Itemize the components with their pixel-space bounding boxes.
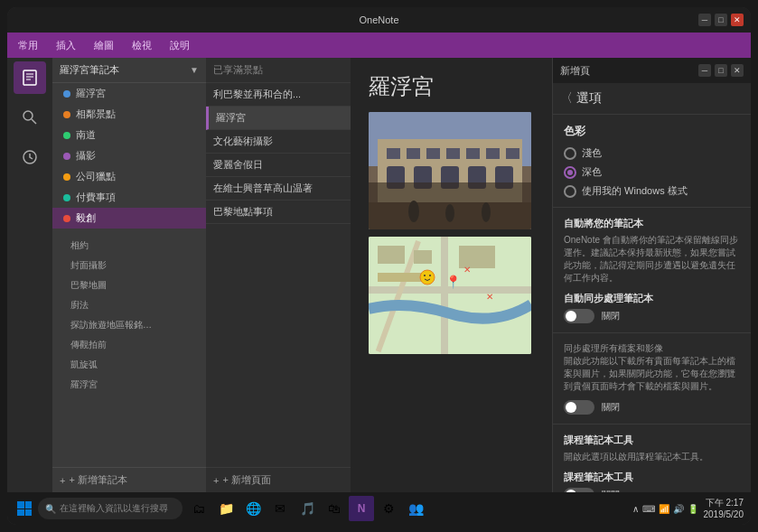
sidebar-history-icon[interactable] (14, 141, 46, 173)
settings-max-button[interactable]: □ (715, 64, 727, 77)
settings-panel: 新增頁 ─ □ ✕ 〈 選項 色彩 淺色 (552, 58, 751, 492)
note-app-section: 課程筆記本工具 開啟此選項以啟用課程筆記本工具。 課程筆記本工具 關閉 (553, 425, 751, 492)
chevron-down-icon: ▼ (190, 65, 199, 75)
settings-panel-title: 新增頁 (560, 64, 590, 78)
taskbar-icon-onenote[interactable]: N (349, 496, 374, 521)
system-tray-icons: ∧ ⌨ 📶 🔊 🔋 (632, 504, 698, 514)
sub-section-museum[interactable]: 傳觀拍前 (52, 335, 206, 355)
sub-section-sketch[interactable]: 相約 (52, 236, 206, 256)
taskbar-icon-teams[interactable]: 👥 (403, 496, 428, 521)
svg-line-5 (32, 119, 36, 124)
radio-dark[interactable]: 深色 (564, 165, 740, 179)
clock-time: 下午 2:17 (704, 497, 744, 509)
svg-point-39 (424, 275, 426, 276)
svg-rect-20 (441, 166, 459, 189)
taskbar-search-box[interactable]: 🔍 在這裡輸入資訊以進行搜尋 (38, 498, 182, 519)
sub-section-louvre2[interactable]: 羅浮宮 (52, 375, 206, 395)
section-label: 羅浮宮 (76, 87, 106, 100)
maximize-button[interactable]: □ (715, 14, 727, 26)
note-app-desc: 開啟此選項以啟用課程筆記本工具。 (564, 451, 740, 463)
sub-section-photography[interactable]: 封面攝影 (52, 256, 206, 275)
sub-section-arc[interactable]: 凱旋弧 (52, 355, 206, 375)
svg-rect-19 (414, 166, 432, 189)
svg-rect-13 (426, 148, 440, 159)
taskbar-icon-music[interactable]: 🎵 (295, 496, 320, 521)
section-louvre[interactable]: 羅浮宮 (52, 83, 206, 104)
sub-section-map[interactable]: 巴黎地圖 (52, 275, 206, 295)
taskbar-right: ∧ ⌨ 📶 🔊 🔋 下午 2:17 2019/5/20 (632, 497, 748, 520)
svg-text:📍: 📍 (445, 275, 462, 290)
main-layout: 羅浮宮筆記本 ▼ 羅浮宮 相鄰景點 南道 (7, 58, 751, 492)
settings-close-button[interactable]: ✕ (731, 64, 744, 77)
menu-help[interactable]: 說明 (166, 37, 193, 54)
sub-section-tour[interactable]: 探訪旅遊地區報銘… (52, 315, 206, 335)
menu-insert[interactable]: 插入 (52, 37, 80, 54)
settings-min-button[interactable]: ─ (698, 64, 711, 77)
page-item-1[interactable]: 利巴黎並再和合的... (206, 83, 351, 107)
section-nearby[interactable]: 相鄰景點 (52, 104, 206, 125)
svg-rect-32 (414, 250, 432, 264)
radio-light[interactable]: 淺色 (564, 146, 740, 160)
section-company[interactable]: 公司獵點 (52, 166, 206, 187)
page-item-art[interactable]: 文化藝術攝影 (206, 130, 351, 154)
sync-media-toggle-row: 關閉 (564, 400, 740, 415)
radio-windows[interactable]: 使用我的 Windows 樣式 (564, 184, 740, 198)
svg-point-38 (420, 270, 435, 285)
search-icon: 🔍 (45, 504, 56, 514)
keyboard-icon[interactable]: ⌨ (642, 504, 655, 514)
section-photo[interactable]: 攝影 (52, 145, 206, 166)
note-app-toggle[interactable] (564, 488, 594, 492)
auto-sync-toggle[interactable] (564, 309, 594, 323)
add-notebook-button[interactable]: + + 新增筆記本 (52, 467, 206, 492)
auto-sync-toggle-row: 關閉 (564, 309, 740, 323)
system-clock[interactable]: 下午 2:17 2019/5/20 (704, 497, 744, 520)
radio-circle (564, 147, 576, 160)
content-body: 📍 ✕ ✕ (369, 112, 534, 478)
page-item-champs[interactable]: 愛麗舍假日 (206, 154, 351, 177)
sidebar-notebook-icon[interactable] (14, 61, 46, 94)
notebook-panel: 羅浮宮筆記本 ▼ 羅浮宮 相鄰景點 南道 (52, 58, 206, 492)
section-dot (63, 132, 70, 139)
radio-label: 使用我的 Windows 樣式 (582, 184, 688, 198)
menu-home[interactable]: 常用 (14, 37, 42, 54)
note-app-title: 課程筆記本工具 (564, 434, 740, 447)
sync-media-section: 同步處理所有檔案和影像開啟此功能以下載所有貴面每筆記本上的檔案與圖片，如果關閉此… (553, 333, 751, 425)
sidebar-search-icon[interactable] (14, 101, 46, 134)
taskbar-icon-store[interactable]: 🛍 (322, 496, 347, 521)
section-south[interactable]: 南道 (52, 125, 206, 145)
volume-icon[interactable]: 🔊 (673, 504, 684, 514)
section-label: 公司獵點 (76, 170, 116, 183)
svg-point-25 (445, 204, 454, 222)
auto-sync-label: 自動同步處理筆記本 (564, 292, 740, 305)
network-icon[interactable]: 📶 (659, 504, 669, 514)
page-item-mountain[interactable]: 在維士興普草高山温著 (206, 177, 351, 201)
page-item-paris[interactable]: 巴黎地點事項 (206, 201, 351, 224)
menu-draw[interactable]: 繪圖 (90, 37, 117, 54)
note-app-title2: 課程筆記本工具 (564, 471, 740, 484)
taskbar-icon-settings[interactable]: ⚙ (376, 496, 401, 521)
pages-header: 已享滿景點 (206, 58, 351, 83)
notebook-header[interactable]: 羅浮宮筆記本 ▼ (52, 58, 206, 83)
section-payment[interactable]: 付費事項 (52, 187, 206, 208)
page-item-louvre[interactable]: 羅浮宮 (206, 107, 351, 130)
menu-view[interactable]: 檢視 (128, 37, 155, 54)
close-button[interactable]: ✕ (731, 14, 744, 26)
sync-title: 自動將您的筆記本 (564, 217, 740, 230)
auto-sync-toggle-label: 關閉 (602, 310, 620, 322)
section-travel[interactable]: 毅創 (52, 208, 206, 229)
taskbar-icon-mail[interactable]: ✉ (267, 496, 293, 521)
battery-icon[interactable]: 🔋 (688, 504, 698, 514)
back-icon[interactable]: 〈 (560, 90, 573, 107)
svg-rect-21 (468, 166, 486, 189)
taskbar-icon-files[interactable]: 🗂 (186, 496, 211, 521)
map-photo: 📍 ✕ ✕ (369, 237, 531, 354)
settings-header: 新增頁 ─ □ ✕ (553, 58, 751, 83)
start-button[interactable] (11, 495, 38, 522)
sub-section-cook[interactable]: 廚法 (52, 295, 206, 315)
add-page-button[interactable]: + + 新增頁面 (206, 467, 351, 492)
chevron-up-icon[interactable]: ∧ (632, 504, 639, 514)
taskbar-icon-folder[interactable]: 📁 (213, 496, 239, 521)
sync-media-toggle[interactable] (564, 400, 594, 415)
minimize-button[interactable]: ─ (698, 14, 711, 26)
taskbar-icon-browser[interactable]: 🌐 (240, 496, 266, 521)
